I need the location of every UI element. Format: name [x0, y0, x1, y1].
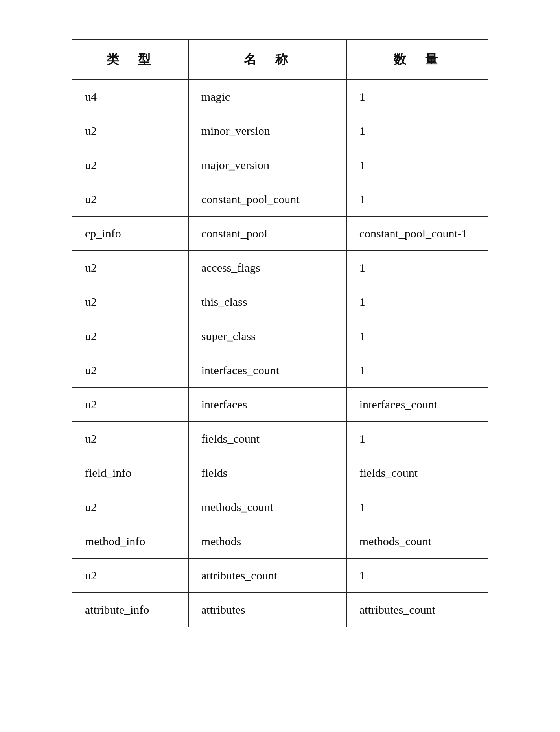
- cell-count: 1: [346, 114, 488, 148]
- header-name: 名 称: [188, 40, 346, 80]
- cell-name: methods: [188, 524, 346, 559]
- table-row: u2this_class1: [72, 285, 488, 319]
- cell-type: u2: [72, 353, 188, 388]
- cell-type: cp_info: [72, 217, 188, 251]
- cell-type: method_info: [72, 524, 188, 559]
- cell-count: methods_count: [346, 524, 488, 559]
- cell-name: interfaces_count: [188, 353, 346, 388]
- cell-type: attribute_info: [72, 593, 188, 627]
- cell-count: 1: [346, 353, 488, 388]
- cell-type: u2: [72, 114, 188, 148]
- cell-count: interfaces_count: [346, 388, 488, 422]
- cell-name: major_version: [188, 148, 346, 182]
- cell-name: methods_count: [188, 490, 346, 524]
- cell-type: u2: [72, 490, 188, 524]
- table-row: u2fields_count1: [72, 422, 488, 456]
- cell-name: access_flags: [188, 251, 346, 285]
- cell-count: attributes_count: [346, 593, 488, 627]
- cell-count: 1: [346, 251, 488, 285]
- table-row: method_infomethodsmethods_count: [72, 524, 488, 559]
- table-row: u2major_version1: [72, 148, 488, 182]
- table-header-row: 类 型 名 称 数 量: [72, 40, 488, 80]
- cell-count: 1: [346, 285, 488, 319]
- cell-type: u2: [72, 559, 188, 593]
- table-row: u2attributes_count1: [72, 559, 488, 593]
- cell-name: magic: [188, 80, 346, 114]
- cell-type: u2: [72, 148, 188, 182]
- cell-count: fields_count: [346, 456, 488, 490]
- cell-type: u2: [72, 422, 188, 456]
- cell-name: attributes_count: [188, 559, 346, 593]
- cell-type: u2: [72, 285, 188, 319]
- table-row: u2access_flags1: [72, 251, 488, 285]
- cell-type: u2: [72, 319, 188, 353]
- cell-type: u2: [72, 388, 188, 422]
- cell-count: 1: [346, 422, 488, 456]
- table-row: u4magic1: [72, 80, 488, 114]
- cell-name: this_class: [188, 285, 346, 319]
- cell-count: 1: [346, 490, 488, 524]
- cell-name: fields: [188, 456, 346, 490]
- cell-name: interfaces: [188, 388, 346, 422]
- cell-count: 1: [346, 80, 488, 114]
- table-row: u2super_class1: [72, 319, 488, 353]
- cell-count: 1: [346, 148, 488, 182]
- table-row: u2interfaces_count1: [72, 353, 488, 388]
- cell-count: 1: [346, 559, 488, 593]
- cell-count: constant_pool_count-1: [346, 217, 488, 251]
- table-row: field_infofieldsfields_count: [72, 456, 488, 490]
- cell-name: fields_count: [188, 422, 346, 456]
- header-count: 数 量: [346, 40, 488, 80]
- table-row: u2interfacesinterfaces_count: [72, 388, 488, 422]
- cell-type: u2: [72, 251, 188, 285]
- table-row: attribute_infoattributesattributes_count: [72, 593, 488, 627]
- cell-name: constant_pool: [188, 217, 346, 251]
- cell-type: u4: [72, 80, 188, 114]
- table-row: cp_infoconstant_poolconstant_pool_count-…: [72, 217, 488, 251]
- table-row: u2minor_version1: [72, 114, 488, 148]
- cell-name: constant_pool_count: [188, 182, 346, 217]
- main-table-container: 类 型 名 称 数 量 u4magic1u2minor_version1u2ma…: [72, 39, 488, 627]
- table-row: u2methods_count1: [72, 490, 488, 524]
- cell-count: 1: [346, 319, 488, 353]
- cell-name: super_class: [188, 319, 346, 353]
- header-type: 类 型: [72, 40, 188, 80]
- cell-count: 1: [346, 182, 488, 217]
- class-structure-table: 类 型 名 称 数 量 u4magic1u2minor_version1u2ma…: [72, 39, 488, 627]
- cell-name: minor_version: [188, 114, 346, 148]
- cell-type: field_info: [72, 456, 188, 490]
- cell-name: attributes: [188, 593, 346, 627]
- table-row: u2constant_pool_count1: [72, 182, 488, 217]
- cell-type: u2: [72, 182, 188, 217]
